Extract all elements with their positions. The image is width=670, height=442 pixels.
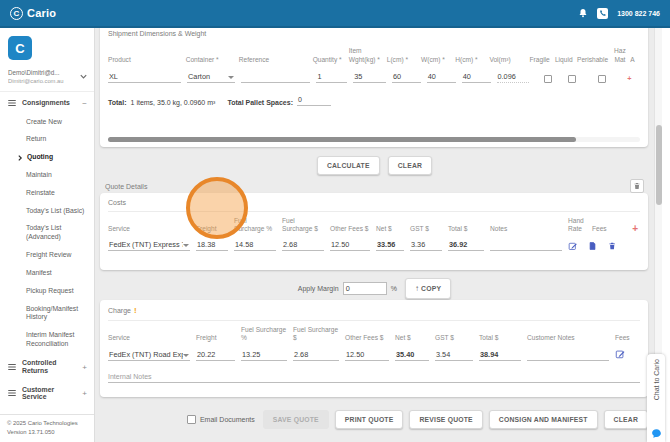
height-field[interactable]: 40 <box>462 72 491 83</box>
fragile-checkbox[interactable] <box>544 75 552 83</box>
col-fuel-surcharge-pct: Fuel Surcharge % <box>234 217 278 234</box>
quote-details-label: Quote Details <box>105 183 147 190</box>
cost-other-fees-field[interactable]: 12.50 <box>330 240 370 251</box>
sidebar-section-consignments[interactable]: Consignments − <box>0 92 94 113</box>
cost-total-value: 36.92 <box>448 240 484 251</box>
sidebar-item-reinstate[interactable]: Reinstate <box>0 184 94 202</box>
col-fees: Fees <box>615 334 630 343</box>
cario-logo-icon: C <box>10 7 23 20</box>
collapse-minus-icon[interactable]: − <box>82 99 87 108</box>
cost-net-value: 33.56 <box>376 240 404 251</box>
charge-gst-value: 3.54 <box>435 350 473 361</box>
volume-field: 0.096 <box>497 72 530 83</box>
pallet-spaces-field[interactable]: 0 <box>297 96 331 106</box>
item-weight-field[interactable]: 35 <box>353 72 386 83</box>
sidebar-item-return[interactable]: Return <box>0 131 94 149</box>
hamburger-icon <box>7 98 17 108</box>
active-arrow-icon <box>16 154 24 162</box>
charge-service-select[interactable]: FedEx (TNT) Road Expre... <box>108 350 190 361</box>
email-documents-label: Email Documents <box>200 416 255 423</box>
product-field[interactable]: XL <box>108 72 181 83</box>
col-length: L(cm) * <box>387 56 408 65</box>
reference-field[interactable] <box>241 73 310 83</box>
calculate-button[interactable]: CALCULATE <box>317 156 380 175</box>
sidebar-item-todays-list-basic[interactable]: Today's List (Basic) <box>0 202 94 220</box>
cost-notes-field[interactable] <box>490 241 562 251</box>
total-label: Total: <box>108 99 127 106</box>
horizontal-scrollbar[interactable] <box>108 137 640 142</box>
user-account-menu[interactable]: Demo\Dimitri@d... Dimitri@cario.com.au <box>0 60 94 92</box>
col-service: Service <box>108 334 130 343</box>
container-select[interactable]: Carton <box>187 72 235 83</box>
sidebar-item-booking-manifest-history[interactable]: Booking/Manifest History <box>0 300 94 327</box>
trash-icon[interactable] <box>608 241 616 251</box>
col-freight: Freight <box>196 334 217 343</box>
charge-freight-field[interactable]: 20.22 <box>196 350 235 361</box>
edit-icon[interactable] <box>615 349 625 359</box>
col-fuel-surcharge-pct: Fuel Surcharge % <box>241 326 289 343</box>
expand-plus-icon[interactable]: + <box>82 389 87 398</box>
shipment-dimensions-card: Shipment Dimensions & Weight Product Con… <box>100 28 648 147</box>
apply-margin-input[interactable]: 0 <box>343 282 387 295</box>
hazmat-add-icon[interactable]: + <box>627 74 631 83</box>
col-volume: Vol(m³) <box>489 56 510 65</box>
email-documents-option[interactable]: Email Documents <box>187 415 255 424</box>
col-clipped: A <box>630 56 634 65</box>
cost-fuel-amt-field[interactable]: 2.68 <box>282 240 324 251</box>
internal-notes-field[interactable]: Internal Notes <box>108 373 640 383</box>
delete-quote-button[interactable] <box>630 179 644 193</box>
perishable-checkbox[interactable] <box>598 75 606 83</box>
revise-quote-button[interactable]: REVISE QUOTE <box>409 410 482 429</box>
width-field[interactable]: 40 <box>427 72 456 83</box>
clear-dimensions-button[interactable]: CLEAR <box>388 156 432 175</box>
sidebar-item-quoting[interactable]: Quoting <box>0 149 94 167</box>
col-freight: Freight <box>196 225 217 234</box>
expand-plus-icon[interactable]: + <box>82 363 87 372</box>
hamburger-icon <box>7 362 17 372</box>
charge-fuel-amt-field[interactable]: 2.68 <box>293 350 339 361</box>
liquid-checkbox[interactable] <box>568 75 576 83</box>
chat-tab-label: Chat to Cario <box>653 359 660 400</box>
col-item-weight: Item Wght(kg) * <box>349 47 383 64</box>
notifications-bell-icon[interactable] <box>578 8 588 18</box>
col-net: Net $ <box>395 334 411 343</box>
sidebar-section-customer-service[interactable]: Customer Service + <box>0 380 94 406</box>
sidebar-item-interim-manifest-reconciliation[interactable]: Interim Manifest Reconciliation <box>0 327 94 354</box>
total-value: 1 items, 35.0 kg, 0.0960 m³ <box>131 99 216 106</box>
col-notes: Notes <box>490 225 507 234</box>
sidebar-item-maintain[interactable]: Maintain <box>0 166 94 184</box>
col-total: Total $ <box>479 334 498 343</box>
sidebar-item-freight-review[interactable]: Freight Review <box>0 247 94 265</box>
sidebar-item-create-new[interactable]: Create New <box>0 113 94 131</box>
phone-icon <box>597 8 608 19</box>
cost-freight-field[interactable]: 18.38 <box>196 240 228 251</box>
charge-other-fees-field[interactable]: 12.50 <box>345 350 389 361</box>
charge-customer-notes-field[interactable] <box>527 351 609 361</box>
consign-and-manifest-button[interactable]: CONSIGN AND MANIFEST <box>489 410 598 429</box>
chat-to-cario-tab[interactable]: Chat to Cario <box>647 354 665 442</box>
document-icon[interactable] <box>588 241 596 251</box>
cost-fuel-pct-field[interactable]: 14.58 <box>234 240 276 251</box>
sidebar-item-manifest[interactable]: Manifest <box>0 264 94 282</box>
costs-card: Costs + Service Freight Fuel Surcharge %… <box>100 193 648 270</box>
caret-down-icon <box>228 76 234 79</box>
cost-service-select[interactable]: FedEx (TNT) Express 76 <box>108 240 190 251</box>
brand-logo[interactable]: C Cario <box>10 7 56 20</box>
col-perishable: Perishable <box>577 56 608 65</box>
horizontal-scrollbar-thumb[interactable] <box>108 137 576 142</box>
edit-icon[interactable] <box>568 241 577 251</box>
quantity-field[interactable]: 1 <box>316 72 347 83</box>
clear-quote-button[interactable]: CLEAR <box>604 410 648 429</box>
charge-fuel-pct-field[interactable]: 13.25 <box>241 350 287 361</box>
length-field[interactable]: 60 <box>392 72 421 83</box>
sidebar-section-controlled-returns[interactable]: Controlled Returns + <box>0 353 94 379</box>
sidebar-item-todays-list-advanced[interactable]: Today's List (Advanced) <box>0 220 94 247</box>
copy-button[interactable]: ↑ COPY <box>405 278 451 299</box>
sidebar-item-pickup-request[interactable]: Pickup Request <box>0 282 94 300</box>
print-quote-button[interactable]: PRINT QUOTE <box>335 410 404 429</box>
add-cost-row-icon[interactable]: + <box>632 223 638 234</box>
col-width: W(cm) * <box>421 56 445 65</box>
col-fragile: Fragile <box>530 56 550 65</box>
arrow-up-icon: ↑ <box>415 284 419 293</box>
email-documents-checkbox[interactable] <box>187 415 196 424</box>
